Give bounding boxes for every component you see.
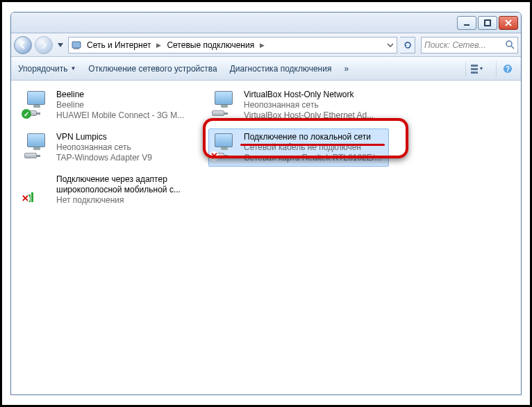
titlebar [11,13,521,33]
svg-rect-3 [74,48,79,49]
search-icon [506,40,515,49]
svg-rect-7 [471,68,478,70]
command-bar: Упорядочить▼ Отключение сетевого устройс… [11,57,521,81]
status-error-icon: ✕ [209,151,219,161]
svg-rect-2 [72,42,81,48]
forward-button[interactable] [35,36,53,54]
connection-icon [210,90,238,117]
connection-device: VirtualBox Host-Only Ethernet Ad... [244,110,374,121]
connection-status: Неопознанная сеть [244,100,374,110]
status-error-icon: ✕ [20,194,30,204]
svg-rect-1 [485,20,490,26]
connection-status: Beeline [56,100,184,110]
svg-point-4 [506,41,512,47]
connection-icon: ✓ [23,90,51,117]
search-box[interactable]: Поиск: Сетев... [421,37,518,53]
connection-item[interactable]: ✓ Beeline Beeline HUAWEI Mobile Connect … [21,86,201,124]
svg-text:?: ? [505,65,509,73]
back-button[interactable] [14,36,32,54]
svg-rect-6 [471,65,478,67]
disable-device-button[interactable]: Отключение сетевого устройства [88,64,217,74]
connection-status: Неопознанная сеть [56,142,152,153]
maximize-button[interactable] [478,16,497,30]
connection-device: Сетевая карта Realtek RTL8102E/... [244,153,381,163]
svg-rect-0 [464,24,469,26]
status-ok-icon: ✓ [22,109,31,119]
breadcrumb-item[interactable]: Сеть и Интернет [87,40,151,50]
view-options-button[interactable] [465,61,483,76]
content-area: ✓ Beeline Beeline HUAWEI Mobile Connect … [11,81,521,394]
diagnose-connection-button[interactable]: Диагностика подключения [230,64,332,74]
connection-item-selected[interactable]: ✕ Подключение по локальной сети Сетевой … [208,128,389,167]
breadcrumb-separator-icon: ▶ [155,42,163,49]
close-button[interactable] [499,16,518,30]
address-bar[interactable]: Сеть и Интернет ▶ Сетевые подключения ▶ [68,37,397,53]
connection-name: широкополосной мобильной с... [56,185,181,195]
connection-status: Сетевой кабель не подключен [244,142,381,153]
refresh-button[interactable] [400,37,415,53]
svg-rect-8 [471,72,478,74]
connection-item[interactable]: VPN Lumpics Неопознанная сеть TAP-Window… [21,128,201,167]
connection-icon: ✕ [23,174,51,202]
connection-status: Нет подключения [56,195,181,206]
svg-line-5 [511,46,514,49]
explorer-window: Сеть и Интернет ▶ Сетевые подключения ▶ … [10,12,522,395]
network-connections-icon [72,40,83,51]
breadcrumb-separator-icon: ▶ [258,42,266,49]
navigation-bar: Сеть и Интернет ▶ Сетевые подключения ▶ … [11,33,521,57]
connection-name: Подключение по локальной сети [244,132,381,142]
minimize-button[interactable] [457,16,476,30]
breadcrumb-item[interactable]: Сетевые подключения [167,40,254,50]
connection-name: VPN Lumpics [56,132,152,142]
connection-name: Подключение через адаптер [56,174,181,185]
connection-item[interactable]: ✕ Подключение через адаптер широкополосн… [21,171,201,209]
connection-item[interactable]: VirtualBox Host-Only Network Неопознанна… [208,86,389,124]
connection-device: HUAWEI Mobile Connect - 3G M... [56,110,184,121]
organize-menu[interactable]: Упорядочить▼ [18,64,76,74]
search-placeholder: Поиск: Сетев... [424,40,486,50]
connection-icon [23,132,51,160]
help-button[interactable]: ? [496,61,514,76]
connection-device: TAP-Windows Adapter V9 [56,153,152,163]
connection-name: VirtualBox Host-Only Network [244,90,374,100]
nav-history-dropdown[interactable] [56,36,65,54]
screenshot-frame: Сеть и Интернет ▶ Сетевые подключения ▶ … [0,0,532,407]
chevron-down-icon: ▼ [70,65,76,72]
connection-name: Beeline [56,90,184,100]
address-dropdown-icon[interactable] [387,42,394,49]
connection-icon: ✕ [210,132,238,160]
toolbar-overflow[interactable]: » [344,64,349,74]
